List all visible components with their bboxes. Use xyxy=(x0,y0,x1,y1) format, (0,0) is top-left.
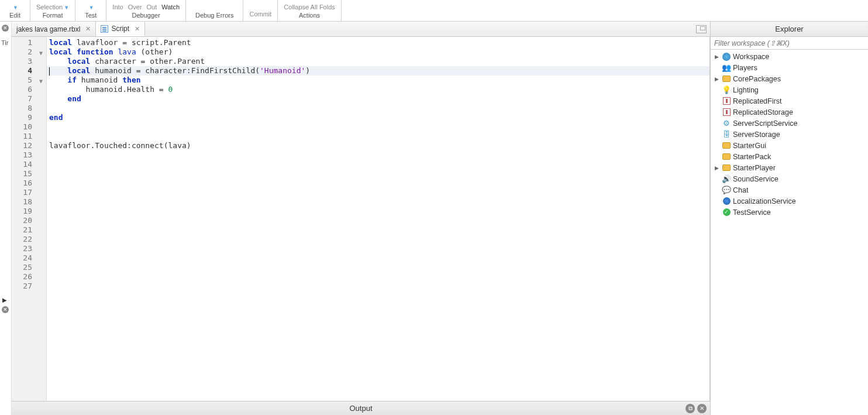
code-line[interactable] xyxy=(47,253,709,263)
output-panel-header[interactable]: Output ⧉ ✕ xyxy=(12,401,710,415)
tree-item[interactable]: ▶StarterPlayer xyxy=(711,162,868,173)
line-number[interactable]: 20 xyxy=(12,216,46,225)
tree-item[interactable]: 🔊SoundService xyxy=(711,173,868,184)
line-number[interactable]: 12 xyxy=(12,141,46,150)
line-number[interactable]: 24 xyxy=(12,253,46,263)
code-area[interactable]: local lavafloor = script.Parentlocal fun… xyxy=(47,37,709,401)
code-line[interactable] xyxy=(47,122,709,132)
code-line[interactable] xyxy=(47,197,709,207)
chat-icon: 💬 xyxy=(722,186,731,195)
line-number[interactable]: 11 xyxy=(12,132,46,141)
tree-item[interactable]: ⚙ServerScriptService xyxy=(711,118,868,129)
line-number[interactable]: 8 xyxy=(12,104,46,113)
line-number[interactable]: 10 xyxy=(12,122,46,132)
close-icon[interactable]: ✕ xyxy=(2,25,9,32)
line-number[interactable]: 19 xyxy=(12,207,46,216)
tree-expand-icon[interactable]: ▶ xyxy=(713,165,720,171)
code-line[interactable] xyxy=(47,104,709,113)
line-number[interactable]: 21 xyxy=(12,225,46,235)
tree-item-label: ServerScriptService xyxy=(733,119,797,128)
code-line[interactable] xyxy=(47,169,709,179)
window-restore-icon[interactable] xyxy=(696,25,707,33)
toolbar-action[interactable]: Over xyxy=(128,4,142,11)
line-number[interactable]: 18 xyxy=(12,197,46,207)
editor-tab[interactable]: jakes lava game.rbxl✕ xyxy=(12,22,96,36)
tree-item[interactable]: ReplicatedStorage xyxy=(711,107,868,118)
tree-item[interactable]: LocalizationService xyxy=(711,196,868,207)
editor-tab[interactable]: Script✕ xyxy=(96,22,145,36)
tree-expand-icon[interactable]: ▶ xyxy=(713,54,720,60)
tree-item[interactable]: 💡Lighting xyxy=(711,84,868,95)
code-line[interactable]: local character = other.Parent xyxy=(47,57,709,66)
line-number[interactable]: 3 xyxy=(12,57,46,66)
code-line[interactable] xyxy=(47,179,709,188)
tree-expand-icon[interactable]: ▶ xyxy=(713,76,720,82)
code-line[interactable] xyxy=(47,225,709,235)
code-line[interactable]: humanoid.Health = 0 xyxy=(47,85,709,94)
line-number[interactable]: 5▼ xyxy=(12,76,46,85)
toolbar-action[interactable]: Selection▼ xyxy=(36,4,69,11)
line-number[interactable]: 22 xyxy=(12,235,46,244)
toolbar-action[interactable]: Collapse All Folds xyxy=(284,4,335,11)
code-line[interactable] xyxy=(47,263,709,272)
explorer-filter-input[interactable] xyxy=(711,37,868,49)
toolbar-action[interactable]: Watch xyxy=(161,4,180,11)
code-line[interactable] xyxy=(47,188,709,197)
code-editor[interactable]: 12▼345▼678910111213141516171819202122232… xyxy=(12,37,710,401)
close-icon[interactable]: ✕ xyxy=(697,404,707,413)
code-line[interactable] xyxy=(47,244,709,253)
tree-item[interactable]: StarterGui xyxy=(711,140,868,151)
script-icon xyxy=(101,25,108,33)
tree-item[interactable]: 🗄ServerStorage xyxy=(711,129,868,140)
toolbar-action[interactable]: ▼ xyxy=(12,4,18,11)
code-line[interactable]: if humanoid then xyxy=(47,76,709,85)
code-line[interactable] xyxy=(47,282,709,291)
line-number[interactable]: 7 xyxy=(12,94,46,104)
line-number[interactable]: 2▼ xyxy=(12,47,46,57)
toolbar-action[interactable]: Commit xyxy=(249,11,271,18)
tree-item[interactable]: 👥Players xyxy=(711,62,868,73)
close-icon[interactable]: ✕ xyxy=(2,306,9,313)
toolbar-action[interactable]: Into xyxy=(112,4,123,11)
line-number[interactable]: 26 xyxy=(12,272,46,282)
tree-item[interactable]: ReplicatedFirst xyxy=(711,95,868,107)
line-number[interactable]: 1 xyxy=(12,38,46,47)
code-line[interactable]: lavafloor.Touched:connect(lava) xyxy=(47,141,709,150)
explorer-tree[interactable]: ▶Workspace👥Players▶CorePackages💡Lighting… xyxy=(711,50,868,415)
line-number[interactable]: 13 xyxy=(12,150,46,160)
tab-close-icon[interactable]: ✕ xyxy=(85,25,91,33)
code-line[interactable] xyxy=(47,207,709,216)
code-line[interactable] xyxy=(47,150,709,160)
code-line[interactable]: local lavafloor = script.Parent xyxy=(47,38,709,47)
line-number[interactable]: 17 xyxy=(12,188,46,197)
code-line[interactable]: end xyxy=(47,94,709,104)
code-line[interactable] xyxy=(47,160,709,169)
popout-icon[interactable]: ⧉ xyxy=(686,404,695,413)
line-number[interactable]: 6 xyxy=(12,85,46,94)
line-number[interactable]: 27 xyxy=(12,282,46,291)
code-line[interactable]: end xyxy=(47,113,709,122)
tree-item[interactable]: 💬Chat xyxy=(711,184,868,196)
code-line[interactable]: local humanoid = character:FindFirstChil… xyxy=(47,66,709,76)
tree-item[interactable]: ▶Workspace xyxy=(711,51,868,62)
code-line[interactable] xyxy=(47,132,709,141)
toolbar-action[interactable]: Out xyxy=(147,4,157,11)
line-number[interactable]: 23 xyxy=(12,244,46,253)
line-number[interactable]: 25 xyxy=(12,263,46,272)
line-number[interactable]: 4 xyxy=(12,66,46,76)
toolbar-action[interactable]: ▼ xyxy=(88,4,94,11)
code-line[interactable]: local function lava (other) xyxy=(47,47,709,57)
line-number[interactable]: 14 xyxy=(12,160,46,169)
tree-item[interactable]: ✓TestService xyxy=(711,207,868,218)
tree-item[interactable]: StarterPack xyxy=(711,151,868,162)
line-number[interactable]: 16 xyxy=(12,179,46,188)
line-number[interactable]: 9 xyxy=(12,113,46,122)
line-number[interactable]: 15 xyxy=(12,169,46,179)
output-label: Output xyxy=(349,404,372,413)
tree-item[interactable]: ▶CorePackages xyxy=(711,73,868,84)
code-line[interactable] xyxy=(47,272,709,282)
code-line[interactable] xyxy=(47,216,709,225)
expand-right-icon[interactable]: ▶ xyxy=(2,297,7,303)
tab-close-icon[interactable]: ✕ xyxy=(135,25,140,33)
code-line[interactable] xyxy=(47,235,709,244)
